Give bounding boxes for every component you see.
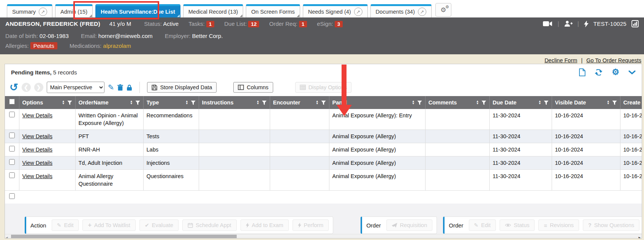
view-details-link[interactable]: View Details xyxy=(22,173,53,179)
gears-icon: ⚙⚙ xyxy=(440,6,446,14)
column-label: Panel xyxy=(332,99,410,106)
go-to-order-requests-link[interactable]: Go To Order Requests xyxy=(586,57,641,63)
tab-settings-button[interactable]: ⚙⚙ xyxy=(435,3,451,17)
evaluate-button[interactable]: ✔Evaluate xyxy=(139,219,179,231)
undo-icon[interactable]: ↺ xyxy=(9,83,18,92)
filter-funnel-icon[interactable] xyxy=(544,100,549,105)
column-header-encounter: Encounter▲▼ xyxy=(270,96,329,109)
store-displayed-data-button[interactable]: Store Displayed Data xyxy=(147,82,217,93)
lightning-bolt-icon[interactable] xyxy=(584,21,589,27)
add-to-waitlist-button[interactable]: +Add To Waitlist xyxy=(82,219,135,231)
tab-medical-record[interactable]: Medical Record (13) xyxy=(183,4,244,17)
tab-on-screen-forms[interactable]: On Screen Forms xyxy=(246,4,300,17)
collapse-chevron-icon[interactable] xyxy=(628,70,636,74)
tab-health-surveillance-due-list[interactable]: Health Surveillance:Due List xyxy=(95,4,180,17)
add-to-exam-button[interactable]: Add to Exam xyxy=(241,219,289,231)
refresh-icon[interactable] xyxy=(595,68,603,76)
new-document-icon[interactable] xyxy=(579,68,585,76)
status-button[interactable]: Status xyxy=(500,219,535,231)
panel-cell: Animal Exposure (Allergy): Entry xyxy=(329,109,425,130)
filter-funnel-icon[interactable] xyxy=(417,100,422,105)
row-checkbox[interactable] xyxy=(9,112,15,117)
delete-perspective-trash-icon[interactable] xyxy=(117,84,123,91)
row-checkbox[interactable] xyxy=(9,146,15,152)
comments-cell xyxy=(425,130,489,143)
sort-icon[interactable]: ▲▼ xyxy=(256,100,259,105)
view-details-link[interactable]: View Details xyxy=(22,147,53,153)
filter-funnel-icon[interactable] xyxy=(612,100,617,105)
display-options-button[interactable]: Display Options xyxy=(295,82,352,93)
next-perspective-icon[interactable]: ❯ xyxy=(34,83,43,92)
filter-funnel-icon[interactable] xyxy=(481,100,486,105)
sort-icon[interactable]: ▲▼ xyxy=(607,100,609,105)
sort-icon[interactable]: ▲▼ xyxy=(185,100,188,105)
lock-perspective-icon[interactable] xyxy=(127,84,132,91)
encounter-cell xyxy=(270,130,329,143)
tab-needs-signed[interactable]: Needs Signed (4) ↗ xyxy=(303,4,368,17)
filter-funnel-icon[interactable] xyxy=(321,100,326,105)
revisions-button[interactable]: ≡Revisions xyxy=(538,219,579,231)
filter-funnel-icon[interactable] xyxy=(67,100,72,105)
open-in-new-icon[interactable]: ↗ xyxy=(418,8,426,16)
plus-icon: + xyxy=(88,222,91,228)
row-checkbox[interactable] xyxy=(9,172,15,178)
sort-icon[interactable]: ▲▼ xyxy=(412,100,415,105)
show-questions-button[interactable]: ?Show Questions xyxy=(583,219,639,231)
video-camera-icon[interactable] xyxy=(543,21,552,27)
edit-button[interactable]: ✎Edit xyxy=(469,219,496,231)
scroll-left-arrow-icon[interactable]: ◂ xyxy=(6,234,8,238)
requisition-button[interactable]: Requisition xyxy=(386,219,433,231)
edit-button[interactable]: ✎Edit xyxy=(52,219,79,231)
sort-icon[interactable]: ▲▼ xyxy=(476,100,479,105)
perspective-select[interactable]: Main Perspective xyxy=(47,82,104,93)
settings-gear-icon[interactable]: ⚙ xyxy=(612,68,619,76)
scroll-right-arrow-icon[interactable]: ▸ xyxy=(638,234,641,238)
open-in-new-icon[interactable]: ↗ xyxy=(354,8,362,16)
edit-perspective-pencil-icon[interactable]: ✎ xyxy=(108,83,114,92)
sort-icon[interactable]: ▲▼ xyxy=(62,100,65,105)
sort-icon[interactable]: ▲▼ xyxy=(130,100,133,105)
bar-chart-icon[interactable] xyxy=(631,20,639,27)
visible-date-cell: 10-16-2024 xyxy=(552,109,620,130)
esign-count-badge[interactable]: 3 xyxy=(335,21,343,27)
decline-form-link[interactable]: Decline Form xyxy=(544,57,577,63)
scrollbar-thumb[interactable] xyxy=(11,235,237,238)
instructions-cell xyxy=(199,109,270,130)
sort-icon[interactable]: ▲▼ xyxy=(316,100,318,105)
view-details-link[interactable]: View Details xyxy=(22,112,53,118)
row-checkbox[interactable] xyxy=(9,133,15,138)
patient-demographics: Date of birth: 02-08-1983 Email: horner@… xyxy=(0,30,644,54)
add-person-icon[interactable] xyxy=(564,21,573,27)
perform-button[interactable]: Perform xyxy=(293,219,329,231)
row-select-cell xyxy=(5,143,19,156)
order-name-cell: Td, Adult Injection xyxy=(75,156,143,170)
due-list-count-badge[interactable]: 12 xyxy=(248,21,259,27)
due-date-cell: 11-30-2024 xyxy=(489,170,552,191)
columns-button[interactable]: Columns xyxy=(233,82,273,93)
allergy-badge[interactable]: Peanuts xyxy=(30,42,57,49)
tasks-count-badge[interactable]: 1 xyxy=(206,21,215,27)
filter-funnel-icon[interactable] xyxy=(191,100,196,105)
view-details-link[interactable]: View Details xyxy=(22,133,53,139)
tab-documents[interactable]: Documents (34) ↗ xyxy=(370,4,432,17)
tab-admin[interactable]: Admin (15) xyxy=(55,4,93,17)
footer-checkbox[interactable] xyxy=(9,193,15,199)
previous-perspective-icon[interactable]: ❮ xyxy=(22,83,31,92)
sort-icon[interactable]: ▲▼ xyxy=(538,100,541,105)
button-label: Revisions xyxy=(550,222,574,228)
filter-funnel-icon[interactable] xyxy=(135,100,140,105)
tab-label: Documents (34) xyxy=(376,9,415,15)
row-checkbox[interactable] xyxy=(9,159,15,165)
filter-funnel-icon[interactable] xyxy=(262,100,267,105)
visible-date-cell: 10-16-2024 xyxy=(552,156,620,170)
divider xyxy=(139,82,140,93)
view-details-link[interactable]: View Details xyxy=(22,160,53,166)
order-req-count-badge[interactable]: 1 xyxy=(299,21,307,27)
medications-value[interactable]: alprazolam xyxy=(103,43,131,49)
column-label: Due Date xyxy=(493,99,536,106)
open-in-new-icon[interactable]: ↗ xyxy=(39,8,47,16)
panel-cell: Animal Exposure (Allergy) xyxy=(329,170,425,191)
tab-summary[interactable]: Summary ↗ xyxy=(7,4,52,17)
schedule-appt-button[interactable]: Schedule Appt xyxy=(182,219,237,231)
select-all-checkbox[interactable] xyxy=(9,99,15,104)
